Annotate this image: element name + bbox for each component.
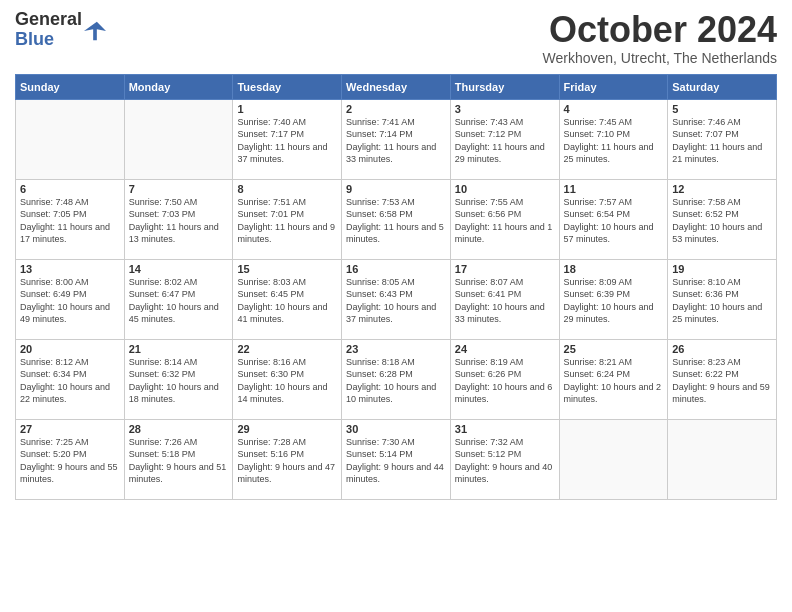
col-header-wednesday: Wednesday bbox=[342, 74, 451, 99]
day-info: Sunrise: 7:58 AMSunset: 6:52 PMDaylight:… bbox=[672, 196, 772, 246]
day-info: Sunrise: 7:30 AMSunset: 5:14 PMDaylight:… bbox=[346, 436, 446, 486]
day-cell: 16Sunrise: 8:05 AMSunset: 6:43 PMDayligh… bbox=[342, 259, 451, 339]
week-row-1: 1Sunrise: 7:40 AMSunset: 7:17 PMDaylight… bbox=[16, 99, 777, 179]
col-header-sunday: Sunday bbox=[16, 74, 125, 99]
day-info: Sunrise: 7:28 AMSunset: 5:16 PMDaylight:… bbox=[237, 436, 337, 486]
day-info: Sunrise: 8:10 AMSunset: 6:36 PMDaylight:… bbox=[672, 276, 772, 326]
day-info: Sunrise: 7:41 AMSunset: 7:14 PMDaylight:… bbox=[346, 116, 446, 166]
logo-icon bbox=[84, 20, 106, 42]
day-cell: 11Sunrise: 7:57 AMSunset: 6:54 PMDayligh… bbox=[559, 179, 668, 259]
day-cell: 2Sunrise: 7:41 AMSunset: 7:14 PMDaylight… bbox=[342, 99, 451, 179]
day-info: Sunrise: 7:57 AMSunset: 6:54 PMDaylight:… bbox=[564, 196, 664, 246]
day-cell: 10Sunrise: 7:55 AMSunset: 6:56 PMDayligh… bbox=[450, 179, 559, 259]
day-cell: 9Sunrise: 7:53 AMSunset: 6:58 PMDaylight… bbox=[342, 179, 451, 259]
day-number: 29 bbox=[237, 423, 337, 435]
day-cell: 17Sunrise: 8:07 AMSunset: 6:41 PMDayligh… bbox=[450, 259, 559, 339]
day-info: Sunrise: 8:02 AMSunset: 6:47 PMDaylight:… bbox=[129, 276, 229, 326]
day-number: 21 bbox=[129, 343, 229, 355]
calendar-table: SundayMondayTuesdayWednesdayThursdayFrid… bbox=[15, 74, 777, 500]
day-cell: 19Sunrise: 8:10 AMSunset: 6:36 PMDayligh… bbox=[668, 259, 777, 339]
day-cell: 6Sunrise: 7:48 AMSunset: 7:05 PMDaylight… bbox=[16, 179, 125, 259]
day-number: 8 bbox=[237, 183, 337, 195]
day-cell: 31Sunrise: 7:32 AMSunset: 5:12 PMDayligh… bbox=[450, 419, 559, 499]
day-info: Sunrise: 7:43 AMSunset: 7:12 PMDaylight:… bbox=[455, 116, 555, 166]
day-info: Sunrise: 7:48 AMSunset: 7:05 PMDaylight:… bbox=[20, 196, 120, 246]
day-number: 25 bbox=[564, 343, 664, 355]
day-cell: 4Sunrise: 7:45 AMSunset: 7:10 PMDaylight… bbox=[559, 99, 668, 179]
day-cell bbox=[668, 419, 777, 499]
day-info: Sunrise: 8:07 AMSunset: 6:41 PMDaylight:… bbox=[455, 276, 555, 326]
day-info: Sunrise: 8:23 AMSunset: 6:22 PMDaylight:… bbox=[672, 356, 772, 406]
day-info: Sunrise: 7:40 AMSunset: 7:17 PMDaylight:… bbox=[237, 116, 337, 166]
month-title: October 2024 bbox=[543, 10, 778, 50]
day-number: 14 bbox=[129, 263, 229, 275]
day-cell: 7Sunrise: 7:50 AMSunset: 7:03 PMDaylight… bbox=[124, 179, 233, 259]
day-number: 10 bbox=[455, 183, 555, 195]
day-cell bbox=[559, 419, 668, 499]
day-number: 19 bbox=[672, 263, 772, 275]
col-header-tuesday: Tuesday bbox=[233, 74, 342, 99]
day-number: 27 bbox=[20, 423, 120, 435]
day-cell: 3Sunrise: 7:43 AMSunset: 7:12 PMDaylight… bbox=[450, 99, 559, 179]
logo-text: General Blue bbox=[15, 10, 82, 50]
day-number: 9 bbox=[346, 183, 446, 195]
day-info: Sunrise: 8:14 AMSunset: 6:32 PMDaylight:… bbox=[129, 356, 229, 406]
day-number: 16 bbox=[346, 263, 446, 275]
day-info: Sunrise: 7:32 AMSunset: 5:12 PMDaylight:… bbox=[455, 436, 555, 486]
day-number: 26 bbox=[672, 343, 772, 355]
day-number: 20 bbox=[20, 343, 120, 355]
day-cell: 21Sunrise: 8:14 AMSunset: 6:32 PMDayligh… bbox=[124, 339, 233, 419]
day-cell: 12Sunrise: 7:58 AMSunset: 6:52 PMDayligh… bbox=[668, 179, 777, 259]
day-info: Sunrise: 7:50 AMSunset: 7:03 PMDaylight:… bbox=[129, 196, 229, 246]
day-number: 4 bbox=[564, 103, 664, 115]
day-info: Sunrise: 7:51 AMSunset: 7:01 PMDaylight:… bbox=[237, 196, 337, 246]
day-cell: 15Sunrise: 8:03 AMSunset: 6:45 PMDayligh… bbox=[233, 259, 342, 339]
day-number: 22 bbox=[237, 343, 337, 355]
day-number: 6 bbox=[20, 183, 120, 195]
day-info: Sunrise: 8:19 AMSunset: 6:26 PMDaylight:… bbox=[455, 356, 555, 406]
day-number: 7 bbox=[129, 183, 229, 195]
day-cell: 5Sunrise: 7:46 AMSunset: 7:07 PMDaylight… bbox=[668, 99, 777, 179]
day-number: 17 bbox=[455, 263, 555, 275]
week-row-5: 27Sunrise: 7:25 AMSunset: 5:20 PMDayligh… bbox=[16, 419, 777, 499]
day-info: Sunrise: 8:16 AMSunset: 6:30 PMDaylight:… bbox=[237, 356, 337, 406]
day-number: 12 bbox=[672, 183, 772, 195]
day-number: 28 bbox=[129, 423, 229, 435]
day-cell bbox=[124, 99, 233, 179]
day-cell: 27Sunrise: 7:25 AMSunset: 5:20 PMDayligh… bbox=[16, 419, 125, 499]
col-header-friday: Friday bbox=[559, 74, 668, 99]
day-cell: 30Sunrise: 7:30 AMSunset: 5:14 PMDayligh… bbox=[342, 419, 451, 499]
day-cell: 23Sunrise: 8:18 AMSunset: 6:28 PMDayligh… bbox=[342, 339, 451, 419]
day-number: 30 bbox=[346, 423, 446, 435]
day-cell: 28Sunrise: 7:26 AMSunset: 5:18 PMDayligh… bbox=[124, 419, 233, 499]
day-number: 24 bbox=[455, 343, 555, 355]
calendar-header-row: SundayMondayTuesdayWednesdayThursdayFrid… bbox=[16, 74, 777, 99]
day-number: 31 bbox=[455, 423, 555, 435]
day-number: 23 bbox=[346, 343, 446, 355]
day-info: Sunrise: 8:12 AMSunset: 6:34 PMDaylight:… bbox=[20, 356, 120, 406]
page-header: General Blue October 2024 Werkhoven, Utr… bbox=[15, 10, 777, 66]
location: Werkhoven, Utrecht, The Netherlands bbox=[543, 50, 778, 66]
day-number: 2 bbox=[346, 103, 446, 115]
week-row-2: 6Sunrise: 7:48 AMSunset: 7:05 PMDaylight… bbox=[16, 179, 777, 259]
day-number: 15 bbox=[237, 263, 337, 275]
day-number: 18 bbox=[564, 263, 664, 275]
day-cell: 1Sunrise: 7:40 AMSunset: 7:17 PMDaylight… bbox=[233, 99, 342, 179]
day-cell: 29Sunrise: 7:28 AMSunset: 5:16 PMDayligh… bbox=[233, 419, 342, 499]
day-info: Sunrise: 7:26 AMSunset: 5:18 PMDaylight:… bbox=[129, 436, 229, 486]
day-number: 13 bbox=[20, 263, 120, 275]
day-cell: 14Sunrise: 8:02 AMSunset: 6:47 PMDayligh… bbox=[124, 259, 233, 339]
day-number: 5 bbox=[672, 103, 772, 115]
day-info: Sunrise: 8:21 AMSunset: 6:24 PMDaylight:… bbox=[564, 356, 664, 406]
col-header-monday: Monday bbox=[124, 74, 233, 99]
day-cell: 22Sunrise: 8:16 AMSunset: 6:30 PMDayligh… bbox=[233, 339, 342, 419]
day-cell: 18Sunrise: 8:09 AMSunset: 6:39 PMDayligh… bbox=[559, 259, 668, 339]
day-cell: 25Sunrise: 8:21 AMSunset: 6:24 PMDayligh… bbox=[559, 339, 668, 419]
day-cell: 20Sunrise: 8:12 AMSunset: 6:34 PMDayligh… bbox=[16, 339, 125, 419]
svg-marker-0 bbox=[84, 22, 106, 40]
week-row-3: 13Sunrise: 8:00 AMSunset: 6:49 PMDayligh… bbox=[16, 259, 777, 339]
day-info: Sunrise: 7:46 AMSunset: 7:07 PMDaylight:… bbox=[672, 116, 772, 166]
day-info: Sunrise: 7:53 AMSunset: 6:58 PMDaylight:… bbox=[346, 196, 446, 246]
week-row-4: 20Sunrise: 8:12 AMSunset: 6:34 PMDayligh… bbox=[16, 339, 777, 419]
day-cell: 8Sunrise: 7:51 AMSunset: 7:01 PMDaylight… bbox=[233, 179, 342, 259]
